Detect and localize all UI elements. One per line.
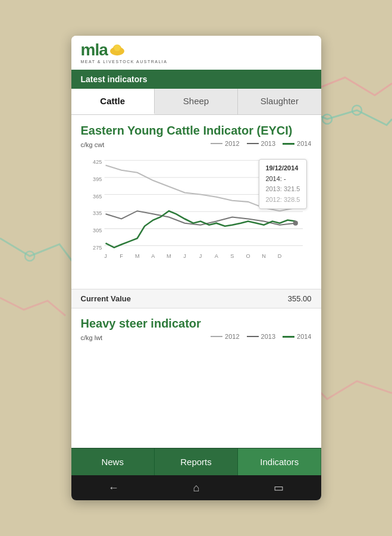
nav-reports[interactable]: Reports	[155, 448, 238, 475]
svg-text:A: A	[214, 253, 218, 259]
tab-cattle[interactable]: Cattle	[71, 89, 155, 114]
svg-point-1	[352, 105, 362, 115]
android-nav-bar: ← ⌂ ▭	[71, 475, 321, 500]
svg-text:305: 305	[93, 228, 102, 233]
current-value-number: 355.00	[288, 294, 312, 303]
current-value-label: Current Value	[81, 294, 288, 303]
svg-text:M: M	[134, 253, 139, 259]
mla-sun-icon	[109, 43, 126, 57]
eyci-chart[interactable]: 425 395 365 335 305 275	[81, 153, 312, 284]
main-content: Eastern Young Cattle Indicator (EYCI) c/…	[71, 115, 321, 448]
svg-text:D: D	[277, 253, 281, 259]
svg-text:J: J	[199, 253, 202, 259]
indicator1-title: Eastern Young Cattle Indicator (EYCI)	[81, 123, 312, 138]
chart-tooltip: 19/12/2014 2014: - 2013: 321.5 2012: 328…	[259, 159, 306, 209]
android-home-button[interactable]: ⌂	[193, 482, 200, 494]
tooltip-2012: 2012: 328.5	[265, 195, 300, 205]
nav-indicators[interactable]: Indicators	[238, 448, 321, 475]
svg-point-2	[25, 251, 35, 261]
phone-frame: mla MEAT & LIVESTOCK AUSTRALIA Latest in…	[71, 36, 321, 500]
svg-text:N: N	[262, 253, 266, 259]
svg-text:M: M	[167, 253, 171, 259]
current-value-row: Current Value 355.00	[71, 289, 321, 308]
tooltip-2013: 2013: 321.5	[265, 184, 300, 195]
android-back-button[interactable]: ←	[108, 482, 119, 494]
svg-point-5	[114, 45, 120, 51]
svg-text:S: S	[230, 253, 234, 259]
mla-logo: mla MEAT & LIVESTOCK AUSTRALIA	[81, 42, 168, 64]
tooltip-date: 19/12/2014	[265, 163, 300, 174]
svg-point-18	[293, 221, 297, 226]
svg-text:395: 395	[93, 176, 102, 182]
svg-text:365: 365	[93, 194, 102, 200]
svg-text:O: O	[246, 253, 250, 259]
latest-banner: Latest indicators	[71, 70, 321, 89]
svg-point-0	[322, 114, 332, 124]
indicator1-unit: c/kg cwt	[81, 141, 105, 148]
tab-sheep[interactable]: Sheep	[155, 89, 238, 114]
indicator2-legend: 2012 2013 2014	[211, 333, 311, 340]
svg-text:425: 425	[93, 159, 102, 165]
indicator1-legend: 2012 2013 2014	[211, 140, 311, 147]
tab-bar: Cattle Sheep Slaughter	[71, 89, 321, 115]
mla-subtitle: MEAT & LIVESTOCK AUSTRALIA	[81, 60, 168, 64]
svg-text:F: F	[120, 253, 123, 259]
mla-header: mla MEAT & LIVESTOCK AUSTRALIA	[71, 36, 321, 70]
indicator2-title: Heavy steer indicator	[81, 317, 312, 331]
mla-logo-text: mla	[81, 42, 108, 58]
tab-slaughter[interactable]: Slaughter	[238, 89, 321, 114]
tooltip-2014: 2014: -	[265, 174, 300, 185]
svg-text:J: J	[183, 253, 186, 259]
svg-text:J: J	[104, 253, 107, 259]
indicator2-unit: c/kg lwt	[81, 334, 103, 341]
nav-news[interactable]: News	[71, 448, 155, 475]
android-recents-button[interactable]: ▭	[274, 481, 284, 494]
svg-text:335: 335	[93, 210, 102, 216]
svg-text:A: A	[151, 253, 155, 259]
svg-text:275: 275	[93, 245, 102, 251]
bottom-nav: News Reports Indicators	[71, 448, 321, 475]
